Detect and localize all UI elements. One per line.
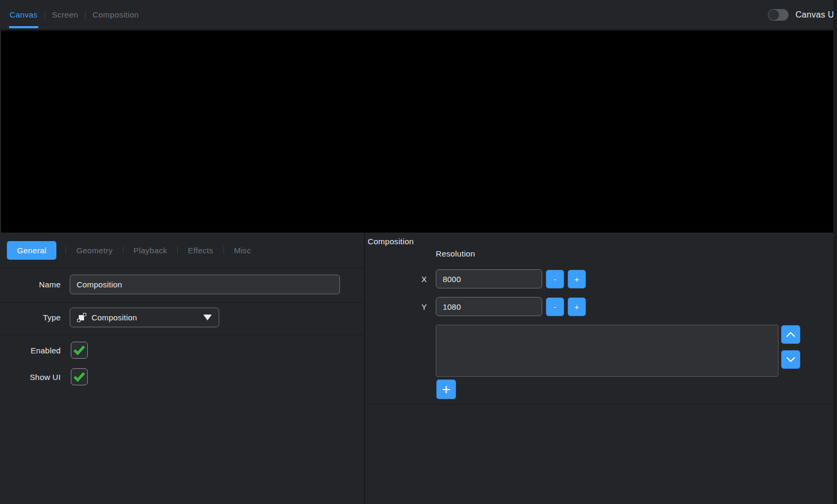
dropdown-caret-icon: [203, 315, 212, 320]
checkmark-icon: [72, 371, 86, 383]
composition-right-panel: Composition Resolution X - + Y - +: [365, 233, 833, 504]
composition-item-list[interactable]: [436, 325, 778, 377]
move-item-up-button[interactable]: [781, 325, 800, 344]
row-divider: [0, 302, 364, 303]
resolution-x-decrement-button[interactable]: -: [546, 270, 564, 288]
resolution-x-label: X: [417, 275, 431, 284]
composition-panel-title: Composition: [368, 237, 414, 246]
tab-effects[interactable]: Effects: [187, 246, 214, 255]
active-tab-underline: [9, 26, 38, 28]
enabled-field-label: Enabled: [0, 346, 61, 355]
top-bar: Canvas Screen Composition Canvas UI: [0, 0, 837, 30]
plus-icon: +: [442, 382, 450, 397]
tab-separator: [45, 11, 45, 19]
resolution-y-decrement-button[interactable]: -: [546, 298, 564, 316]
window-edge: [833, 0, 837, 504]
show-ui-checkbox[interactable]: [71, 368, 88, 385]
tab-separator: [177, 246, 178, 254]
type-dropdown-value: Composition: [92, 313, 137, 322]
tab-composition-label: Composition: [93, 10, 139, 19]
show-ui-field-label: Show UI: [0, 373, 61, 382]
canvas-ui-toggle-group: Canvas UI: [768, 0, 836, 30]
canvas-ui-toggle-label: Canvas UI: [795, 10, 836, 20]
tab-composition[interactable]: Composition: [92, 0, 139, 29]
tab-separator: [123, 246, 123, 254]
tab-screen[interactable]: Screen: [52, 0, 79, 29]
tab-playback[interactable]: Playback: [132, 246, 168, 255]
plus-icon: +: [575, 275, 579, 284]
tab-misc[interactable]: Misc: [233, 246, 252, 255]
bottom-properties-area: General Geometry Playback Effects Misc N…: [0, 233, 837, 504]
chevron-down-icon: [786, 357, 795, 362]
minus-icon: -: [554, 302, 557, 311]
name-input[interactable]: [70, 275, 340, 294]
name-field-label: Name: [0, 280, 61, 289]
resolution-y-input[interactable]: [436, 297, 542, 316]
row-divider: [0, 335, 364, 335]
resolution-x-input[interactable]: [436, 269, 542, 288]
properties-tab-bar: General Geometry Playback Effects Misc: [0, 233, 252, 268]
chevron-up-icon: [786, 332, 795, 337]
canvas-ui-toggle[interactable]: [768, 9, 789, 21]
plus-icon: +: [575, 302, 579, 311]
type-field-label: Type: [0, 313, 61, 322]
move-item-down-button[interactable]: [781, 350, 800, 369]
checkmark-icon: [72, 344, 86, 356]
resolution-y-increment-button[interactable]: +: [568, 298, 586, 316]
resolution-x-increment-button[interactable]: +: [568, 270, 586, 288]
tab-screen-label: Screen: [52, 10, 78, 19]
tab-separator: [223, 246, 224, 254]
section-divider: [367, 404, 831, 404]
add-item-button[interactable]: +: [436, 379, 456, 399]
properties-left-panel: General Geometry Playback Effects Misc N…: [0, 233, 364, 504]
minus-icon: -: [554, 275, 557, 284]
resolution-y-label: Y: [417, 302, 431, 311]
tab-canvas[interactable]: Canvas: [9, 0, 38, 29]
type-dropdown[interactable]: Composition: [70, 308, 219, 327]
top-tab-bar: Canvas Screen Composition: [0, 0, 837, 29]
tab-separator: [85, 11, 86, 19]
resolution-label: Resolution: [436, 249, 475, 258]
row-divider: [0, 268, 364, 268]
enabled-checkbox[interactable]: [71, 342, 88, 359]
composition-type-icon: [77, 313, 86, 322]
tab-canvas-label: Canvas: [10, 10, 38, 19]
toggle-knob-icon: [768, 10, 779, 20]
tab-general[interactable]: General: [7, 241, 56, 260]
tab-geometry[interactable]: Geometry: [75, 246, 113, 255]
tab-separator: [65, 246, 66, 254]
canvas-viewport[interactable]: [1, 30, 833, 233]
